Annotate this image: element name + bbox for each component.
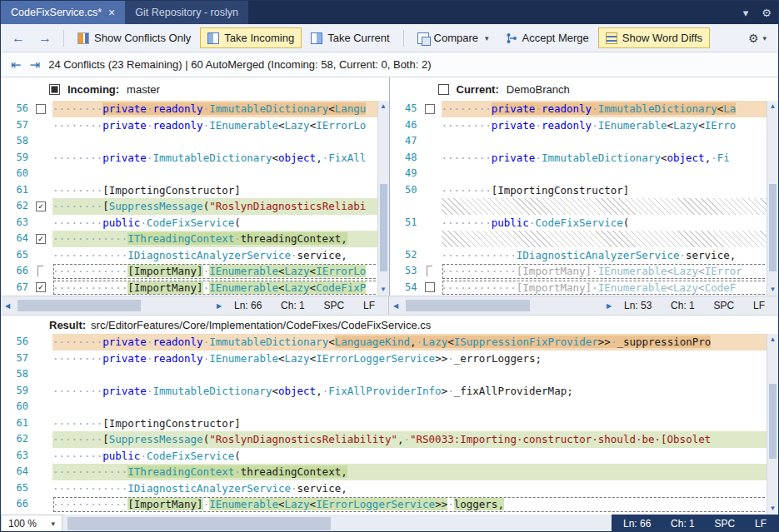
gutter xyxy=(34,496,52,513)
incoming-pane-header: Incoming: master xyxy=(1,77,389,101)
scroll-down-icon[interactable]: ▼ xyxy=(767,284,778,296)
toolbar-gear-button[interactable]: ⚙ ▾ xyxy=(742,32,773,45)
scrollbar-thumb[interactable] xyxy=(769,184,777,271)
gutter xyxy=(34,415,52,432)
scroll-up-icon[interactable]: ▲ xyxy=(767,101,778,112)
tab-git-repository[interactable]: Git Repository - roslyn xyxy=(125,1,248,24)
line-number: 65 xyxy=(1,480,34,497)
eol-indicator: LF xyxy=(753,300,765,311)
code-line: 48········private·ImmutableDictionary<ob… xyxy=(390,150,779,167)
zoom-control[interactable]: 100 % ▾ xyxy=(1,515,62,532)
line-number: 64 xyxy=(1,231,34,247)
line-checkbox[interactable] xyxy=(425,104,435,114)
code-text: ············[ImportMany]·IEnumerable<Laz… xyxy=(442,280,779,296)
gutter xyxy=(34,399,52,415)
code-line: 67✓············[ImportMany]·IEnumerable<… xyxy=(1,280,389,296)
code-text: ············[ImportMany]·IEnumerable<Laz… xyxy=(442,263,779,280)
show-conflicts-only-button[interactable]: Show Conflicts Only xyxy=(70,27,198,48)
line-number: 66 xyxy=(1,263,34,280)
next-conflict-icon[interactable]: ⇥ xyxy=(30,57,41,72)
code-line: 62········[SuppressMessage("RoslynDiagno… xyxy=(1,431,778,448)
code-text: ········[ImportingConstructor] xyxy=(52,415,778,432)
scrollbar-thumb[interactable] xyxy=(67,517,331,530)
result-horizontal-scrollbar[interactable] xyxy=(62,515,612,532)
show-word-diffs-button[interactable]: Show Word Diffs xyxy=(598,27,710,48)
incoming-horizontal-scrollbar[interactable] xyxy=(14,296,212,315)
scroll-right-icon[interactable]: ▶ xyxy=(212,302,226,310)
line-number: 52 xyxy=(390,247,423,264)
gutter xyxy=(423,101,442,117)
chevron-down-icon[interactable]: ▾ xyxy=(737,7,756,19)
line-checkbox[interactable] xyxy=(425,282,435,292)
line-checkbox[interactable] xyxy=(36,104,46,114)
code-text: ········public·CodeFixService( xyxy=(442,215,779,231)
code-text: ········private·readonly·IEnumerable<Laz… xyxy=(442,117,779,134)
code-line xyxy=(390,231,779,247)
current-pane-header: Current: DemoBranch xyxy=(390,77,779,101)
take-current-button[interactable]: Take Current xyxy=(303,27,397,48)
code-line: 59········private·ImmutableDictionary<ob… xyxy=(1,150,389,167)
current-checkbox[interactable] xyxy=(438,84,449,95)
scroll-down-icon[interactable]: ▼ xyxy=(378,284,389,296)
line-number xyxy=(390,231,423,247)
forward-icon[interactable]: → xyxy=(32,31,57,46)
result-label: Result: xyxy=(49,319,86,331)
line-checkbox[interactable]: ✓ xyxy=(36,234,46,244)
code-line: 66············[ImportMany]·IEnumerable<L… xyxy=(1,263,389,280)
scroll-up-icon[interactable]: ▲ xyxy=(378,101,389,112)
scroll-right-icon[interactable]: ▶ xyxy=(602,302,616,310)
line-checkbox[interactable]: ✓ xyxy=(36,282,46,292)
scroll-left-icon[interactable]: ◀ xyxy=(389,302,402,310)
code-text xyxy=(442,166,779,182)
result-code-area[interactable]: 56········private·readonly·ImmutableDict… xyxy=(1,334,778,515)
space-indicator: SPC xyxy=(715,518,736,530)
result-vertical-scrollbar[interactable]: ▲ ▼ xyxy=(767,334,778,515)
scrollbar-thumb[interactable] xyxy=(406,300,530,311)
compare-button[interactable]: Compare ▾ xyxy=(410,27,497,48)
line-number: 66 xyxy=(1,496,34,513)
current-code-area[interactable]: 45········private·readonly·ImmutableDict… xyxy=(390,101,779,296)
code-text: ········[ImportingConstructor] xyxy=(442,182,779,199)
code-line: 46········private·readonly·IEnumerable<L… xyxy=(390,117,779,134)
gutter xyxy=(423,150,442,167)
accept-merge-button[interactable]: Accept Merge xyxy=(498,27,597,48)
scroll-up-icon[interactable]: ▲ xyxy=(767,334,778,346)
take-incoming-icon xyxy=(207,32,219,44)
current-horizontal-scrollbar[interactable] xyxy=(402,296,602,315)
result-file-path: src/EditorFeatures/Core/Implementation/C… xyxy=(91,319,431,331)
back-icon[interactable]: ← xyxy=(6,31,31,46)
code-text: ············IThreadingContext·threadingC… xyxy=(52,464,778,480)
incoming-vertical-scrollbar[interactable]: ▲ ▼ xyxy=(377,101,389,296)
line-number: 58 xyxy=(1,133,34,150)
zoom-value: 100 % xyxy=(8,518,37,530)
gutter xyxy=(34,383,52,400)
take-incoming-button[interactable]: Take Incoming xyxy=(200,27,302,48)
prev-conflict-icon[interactable]: ⇤ xyxy=(11,57,22,72)
gear-icon[interactable]: ⚙ xyxy=(755,7,778,19)
scroll-left-icon[interactable]: ◀ xyxy=(1,302,14,310)
gutter xyxy=(34,480,52,497)
incoming-checkbox[interactable] xyxy=(49,84,60,95)
scrollbar-thumb[interactable] xyxy=(17,300,141,311)
button-label: Show Conflicts Only xyxy=(94,32,191,44)
code-text: ············IDiagnosticAnalyzerService·s… xyxy=(52,480,778,497)
scroll-down-icon[interactable]: ▼ xyxy=(767,503,778,515)
scrollbar-thumb[interactable] xyxy=(380,184,387,271)
tab-codefixservice[interactable]: CodeFixService.cs* × xyxy=(1,1,125,24)
code-text: ········[ImportingConstructor] xyxy=(52,182,389,199)
current-vertical-scrollbar[interactable]: ▲ ▼ xyxy=(767,101,778,296)
code-line: 60 xyxy=(1,166,389,182)
code-text: ········public·CodeFixService( xyxy=(52,448,778,465)
incoming-code-area[interactable]: 56········private·readonly·ImmutableDict… xyxy=(1,101,389,296)
close-icon[interactable]: × xyxy=(108,7,115,17)
code-line: 51········public·CodeFixService( xyxy=(390,215,779,231)
gutter xyxy=(34,150,52,167)
line-checkbox[interactable]: ✓ xyxy=(36,201,46,211)
document-tab-bar: CodeFixService.cs* × Git Repository - ro… xyxy=(1,1,778,24)
chevron-down-icon: ▾ xyxy=(762,34,767,42)
code-line: 58 xyxy=(1,366,778,383)
space-indicator: SPC xyxy=(714,300,735,311)
scrollbar-thumb[interactable] xyxy=(769,384,777,459)
code-line: 45········private·readonly·ImmutableDict… xyxy=(390,101,779,117)
current-status: Ln: 53 Ch: 1 SPC LF xyxy=(616,300,778,311)
